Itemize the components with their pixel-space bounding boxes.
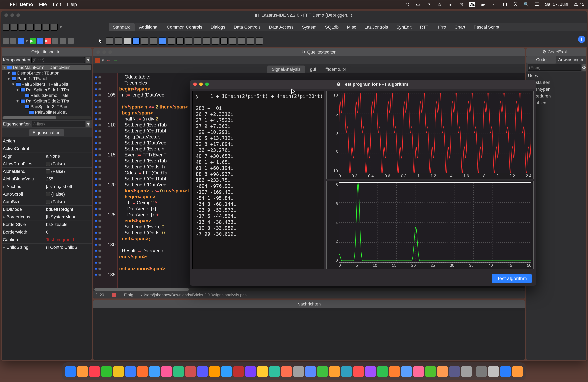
tlabel-component-icon[interactable]: [132, 37, 140, 45]
toggle-form-icon[interactable]: [43, 24, 50, 31]
dock-app-icon[interactable]: [365, 366, 376, 377]
dock-app-icon[interactable]: [65, 366, 76, 377]
dock-app-icon[interactable]: [401, 366, 412, 377]
component-tab-pascal-script[interactable]: Pascal Script: [470, 23, 503, 31]
tbutton-component-icon[interactable]: [124, 37, 131, 45]
tlistbox-component-icon[interactable]: [185, 37, 192, 45]
property-row[interactable]: BorderStylebsSizeable: [1, 221, 92, 228]
tree-item[interactable]: ▾PairSplitter1: TPairSplitt: [2, 81, 91, 87]
property-row[interactable]: AllowDropFiles(False): [1, 160, 92, 168]
tscrollbar-component-icon[interactable]: [203, 37, 210, 45]
dock-app-icon[interactable]: [488, 366, 499, 377]
code-explorer-title[interactable]: CodeExpl...: [547, 49, 570, 55]
component-tab-additional[interactable]: Additional: [135, 23, 162, 31]
dock-app-icon[interactable]: [269, 366, 280, 377]
object-inspector-title[interactable]: Objektinspektor: [1, 48, 92, 56]
component-tab-dialogs[interactable]: Dialogs: [207, 23, 229, 31]
dock-app-icon[interactable]: [341, 366, 352, 377]
property-row[interactable]: ▸BorderIcons[biSystemMenu: [1, 213, 92, 221]
time-domain-plot[interactable]: 1050-5-10 00.20.40.60.811.21.41.61.822.2…: [326, 91, 534, 179]
property-row[interactable]: AlphaBlendValu255: [1, 175, 92, 183]
property-row[interactable]: ActiveControl: [1, 145, 92, 153]
menu-file[interactable]: File: [39, 1, 47, 7]
tree-item[interactable]: ▾DemoButton: TButton: [2, 70, 91, 76]
tree-item[interactable]: PairSplitter2: TPair: [2, 104, 91, 110]
test-algorithm-button[interactable]: Test algorithm: [492, 274, 532, 283]
codeexp-tab-anweisungen[interactable]: Anweisungen: [556, 56, 587, 63]
maximize-icon[interactable]: [108, 50, 112, 54]
property-row[interactable]: AlphaBlend(False): [1, 168, 92, 175]
dock-app-icon[interactable]: [149, 366, 160, 377]
file-tab-fftdemo.lpr[interactable]: fftdemo.lpr: [321, 66, 351, 73]
app-maximize-button[interactable]: [205, 82, 209, 86]
property-row[interactable]: AlignalNone: [1, 153, 92, 160]
dock-app-icon[interactable]: [233, 366, 244, 377]
close-button[interactable]: [4, 13, 8, 17]
attachment-icon[interactable]: ⎘: [426, 1, 432, 7]
component-tab-data-access[interactable]: Data Access: [265, 23, 297, 31]
dock-app-icon[interactable]: [377, 366, 388, 377]
dock-app-icon[interactable]: [389, 366, 400, 377]
codeexp-item[interactable]: Datentypen: [528, 86, 585, 93]
messages-body[interactable]: [93, 308, 525, 360]
properties-filter-input[interactable]: [32, 121, 85, 127]
dock-app-icon[interactable]: [221, 366, 232, 377]
dock-app-icon[interactable]: [293, 366, 304, 377]
code-gutter[interactable]: 105110115120125130135: [93, 73, 117, 288]
tradiobutton-component-icon[interactable]: [176, 37, 184, 45]
component-tab-sqldb[interactable]: SQLdb: [321, 23, 343, 31]
close-icon[interactable]: [96, 50, 100, 54]
temperature-icon[interactable]: ♨: [437, 1, 442, 7]
language-indicator[interactable]: DE: [469, 1, 475, 7]
spectrum-plot[interactable]: 86420 05101520253035404550: [326, 181, 534, 269]
component-tab-chart[interactable]: Chart: [451, 23, 469, 31]
codeexp-tab-code[interactable]: Code: [526, 56, 556, 63]
tedit-component-icon[interactable]: [141, 37, 148, 45]
dock-app-icon[interactable]: [317, 366, 328, 377]
tgroupbox-component-icon[interactable]: [211, 37, 219, 45]
control-center-icon[interactable]: ☰: [534, 1, 540, 7]
component-tab-ipro[interactable]: IPro: [434, 23, 450, 31]
wifi-icon[interactable]: ⦿: [513, 1, 518, 7]
tree-scrollbar[interactable]: [2, 116, 91, 119]
tree-item[interactable]: ▾DemoMainForm: TDemoMair: [2, 65, 91, 70]
app-minimize-button[interactable]: [199, 82, 203, 86]
tmemo-component-icon[interactable]: [150, 37, 157, 45]
parallels-icon[interactable]: ◎: [405, 1, 410, 7]
components-filter-input[interactable]: [31, 57, 85, 63]
property-row[interactable]: AutoScroll(False): [1, 191, 92, 198]
tree-item[interactable]: PairSplitterSide3: [2, 110, 91, 115]
dock-app-icon[interactable]: [449, 366, 460, 377]
property-row[interactable]: AutoSize(False): [1, 198, 92, 206]
minimize-button[interactable]: [10, 13, 14, 17]
pause-icon[interactable]: ∥: [37, 38, 43, 44]
tcombobox-component-icon[interactable]: [194, 37, 201, 45]
bluetooth-icon[interactable]: ᚼ: [491, 1, 497, 7]
app-menu-name[interactable]: FFT Demo: [10, 1, 33, 7]
unit-icon[interactable]: [95, 58, 100, 63]
new-file-icon[interactable]: [3, 24, 10, 31]
codeexp-item[interactable]: Prozeduren: [528, 93, 585, 99]
ttogglebox-component-icon[interactable]: [159, 37, 166, 45]
tmainmenu-component-icon[interactable]: [106, 37, 113, 45]
component-tree[interactable]: ▾DemoMainForm: TDemoMair▾DemoButton: TBu…: [1, 64, 92, 120]
clock-icon[interactable]: ◷: [459, 1, 464, 7]
dropbox-icon[interactable]: ◈: [448, 1, 453, 7]
results-memo[interactable]: y := 1 + 10*sin(2*pi*5*t) + 4*sin(2*pi*2…: [192, 91, 324, 269]
stepover-icon[interactable]: [52, 38, 58, 44]
tree-item[interactable]: ▾PairSplitterSide2: TPa: [2, 98, 91, 104]
tpanel-component-icon[interactable]: [238, 37, 245, 45]
spotlight-icon[interactable]: 🔍: [524, 1, 529, 7]
refresh-icon[interactable]: ⟳: [582, 64, 586, 71]
tree-item[interactable]: ▾Panel1: TPanel: [2, 76, 91, 81]
codeexp-item[interactable]: Konstanten: [528, 79, 585, 86]
file-tab-gui[interactable]: gui: [306, 66, 320, 73]
maximize-button[interactable]: [16, 13, 20, 17]
file-tab-signalanalysis[interactable]: SignalAnalysis: [267, 66, 305, 73]
newform-icon[interactable]: [35, 24, 42, 31]
dock-app-icon[interactable]: [281, 366, 292, 377]
nav-back-icon[interactable]: ←: [106, 57, 111, 63]
dock-app-icon[interactable]: [137, 366, 148, 377]
dock-app-icon[interactable]: [197, 366, 208, 377]
toolbar-dropdown-icon[interactable]: ▾: [60, 24, 62, 30]
